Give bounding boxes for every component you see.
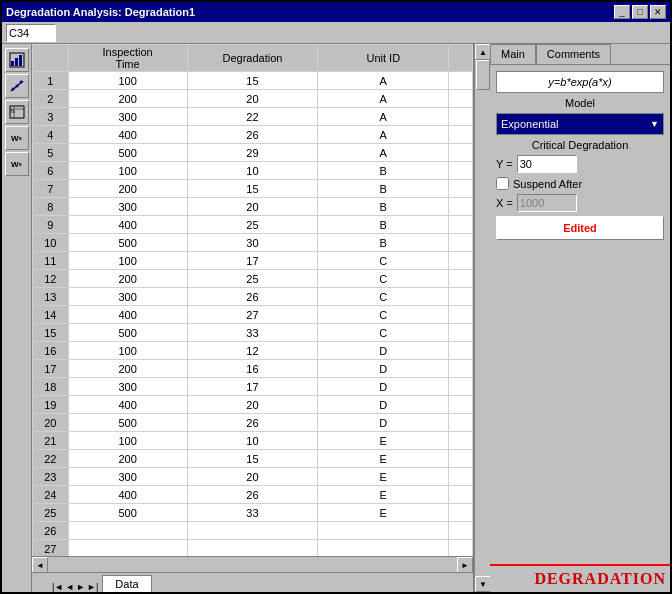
y-value-input[interactable] xyxy=(517,155,577,173)
toolbar-icon-1[interactable] xyxy=(5,48,29,72)
cell-row-num[interactable]: 6 xyxy=(33,162,69,180)
cell-unit-id[interactable]: E xyxy=(318,504,449,522)
vertical-scrollbar[interactable]: ▲ ▼ xyxy=(474,44,490,592)
cell-inspection-time[interactable]: 200 xyxy=(68,360,187,378)
cell-degradation[interactable]: 12 xyxy=(187,342,318,360)
cell-inspection-time[interactable]: 100 xyxy=(68,162,187,180)
cell-inspection-time[interactable]: 400 xyxy=(68,216,187,234)
cell-unit-id[interactable]: A xyxy=(318,126,449,144)
cell-degradation[interactable]: 17 xyxy=(187,378,318,396)
cell-inspection-time[interactable]: 300 xyxy=(68,468,187,486)
cell-degradation[interactable] xyxy=(187,522,318,540)
cell-inspection-time[interactable]: 100 xyxy=(68,342,187,360)
cell-unit-id[interactable]: C xyxy=(318,306,449,324)
cell-unit-id[interactable]: A xyxy=(318,144,449,162)
cell-degradation[interactable]: 33 xyxy=(187,324,318,342)
cell-degradation[interactable]: 10 xyxy=(187,432,318,450)
cell-unit-id[interactable]: A xyxy=(318,108,449,126)
cell-inspection-time[interactable]: 300 xyxy=(68,288,187,306)
cell-row-num[interactable]: 2 xyxy=(33,90,69,108)
suspend-after-checkbox[interactable] xyxy=(496,177,509,190)
cell-unit-id[interactable]: D xyxy=(318,342,449,360)
cell-inspection-time[interactable]: 500 xyxy=(68,414,187,432)
cell-degradation[interactable] xyxy=(187,540,318,557)
cell-degradation[interactable]: 29 xyxy=(187,144,318,162)
cell-degradation[interactable]: 20 xyxy=(187,396,318,414)
cell-unit-id[interactable]: E xyxy=(318,450,449,468)
cell-row-num[interactable]: 12 xyxy=(33,270,69,288)
toolbar-icon-5[interactable]: Wx xyxy=(5,152,29,176)
cell-unit-id[interactable]: D xyxy=(318,360,449,378)
cell-row-num[interactable]: 23 xyxy=(33,468,69,486)
cell-row-num[interactable]: 4 xyxy=(33,126,69,144)
cell-row-num[interactable]: 15 xyxy=(33,324,69,342)
cell-inspection-time[interactable]: 500 xyxy=(68,144,187,162)
cell-degradation[interactable]: 17 xyxy=(187,252,318,270)
sheet-tab-data[interactable]: Data xyxy=(102,575,151,592)
cell-inspection-time[interactable]: 500 xyxy=(68,504,187,522)
cell-row-num[interactable]: 21 xyxy=(33,432,69,450)
cell-row-num[interactable]: 10 xyxy=(33,234,69,252)
cell-unit-id[interactable]: B xyxy=(318,234,449,252)
cell-row-num[interactable]: 16 xyxy=(33,342,69,360)
cell-degradation[interactable]: 27 xyxy=(187,306,318,324)
cell-row-num[interactable]: 8 xyxy=(33,198,69,216)
cell-unit-id[interactable]: A xyxy=(318,72,449,90)
tab-comments[interactable]: Comments xyxy=(536,44,611,64)
spreadsheet-scroll[interactable]: InspectionTime Degradation Unit ID 11001… xyxy=(32,44,473,556)
tab-arrow-right-end[interactable]: ►| xyxy=(87,582,98,592)
cell-degradation[interactable]: 20 xyxy=(187,198,318,216)
cell-row-num[interactable]: 17 xyxy=(33,360,69,378)
cell-row-num[interactable]: 9 xyxy=(33,216,69,234)
cell-inspection-time[interactable]: 200 xyxy=(68,180,187,198)
cell-unit-id[interactable]: B xyxy=(318,162,449,180)
x-value-input[interactable] xyxy=(517,194,577,212)
cell-row-num[interactable]: 11 xyxy=(33,252,69,270)
cell-unit-id[interactable]: B xyxy=(318,216,449,234)
tab-main[interactable]: Main xyxy=(490,44,536,64)
horizontal-scrollbar[interactable]: ◄ ► xyxy=(32,556,473,572)
v-scroll-down[interactable]: ▼ xyxy=(475,576,491,592)
cell-inspection-time[interactable]: 200 xyxy=(68,270,187,288)
cell-row-num[interactable]: 24 xyxy=(33,486,69,504)
v-scroll-up[interactable]: ▲ xyxy=(475,44,491,60)
cell-unit-id[interactable]: E xyxy=(318,468,449,486)
cell-unit-id[interactable]: B xyxy=(318,180,449,198)
cell-inspection-time[interactable]: 100 xyxy=(68,432,187,450)
cell-degradation[interactable]: 20 xyxy=(187,90,318,108)
cell-row-num[interactable]: 22 xyxy=(33,450,69,468)
cell-inspection-time[interactable]: 400 xyxy=(68,396,187,414)
cell-degradation[interactable]: 25 xyxy=(187,270,318,288)
cell-unit-id[interactable]: E xyxy=(318,432,449,450)
cell-unit-id[interactable]: C xyxy=(318,288,449,306)
cell-row-num[interactable]: 19 xyxy=(33,396,69,414)
cell-inspection-time[interactable]: 300 xyxy=(68,378,187,396)
cell-degradation[interactable]: 16 xyxy=(187,360,318,378)
edited-button[interactable]: Edited xyxy=(496,216,664,240)
cell-unit-id[interactable]: D xyxy=(318,396,449,414)
tab-arrow-right[interactable]: ► xyxy=(76,582,85,592)
cell-unit-id[interactable] xyxy=(318,540,449,557)
cell-unit-id[interactable]: D xyxy=(318,414,449,432)
cell-row-num[interactable]: 13 xyxy=(33,288,69,306)
minimize-button[interactable]: _ xyxy=(614,5,630,19)
cell-inspection-time[interactable] xyxy=(68,540,187,557)
cell-row-num[interactable]: 7 xyxy=(33,180,69,198)
cell-unit-id[interactable]: B xyxy=(318,198,449,216)
cell-degradation[interactable]: 10 xyxy=(187,162,318,180)
cell-row-num[interactable]: 27 xyxy=(33,540,69,557)
cell-inspection-time[interactable]: 400 xyxy=(68,126,187,144)
cell-row-num[interactable]: 20 xyxy=(33,414,69,432)
cell-row-num[interactable]: 14 xyxy=(33,306,69,324)
cell-row-num[interactable]: 5 xyxy=(33,144,69,162)
toolbar-icon-4[interactable]: Wx xyxy=(5,126,29,150)
tab-arrow-left[interactable]: ◄ xyxy=(65,582,74,592)
cell-inspection-time[interactable]: 500 xyxy=(68,234,187,252)
cell-degradation[interactable]: 15 xyxy=(187,450,318,468)
v-scroll-track[interactable] xyxy=(475,60,490,576)
close-button[interactable]: ✕ xyxy=(650,5,666,19)
cell-row-num[interactable]: 18 xyxy=(33,378,69,396)
maximize-button[interactable]: □ xyxy=(632,5,648,19)
cell-inspection-time[interactable]: 400 xyxy=(68,306,187,324)
cell-degradation[interactable]: 25 xyxy=(187,216,318,234)
